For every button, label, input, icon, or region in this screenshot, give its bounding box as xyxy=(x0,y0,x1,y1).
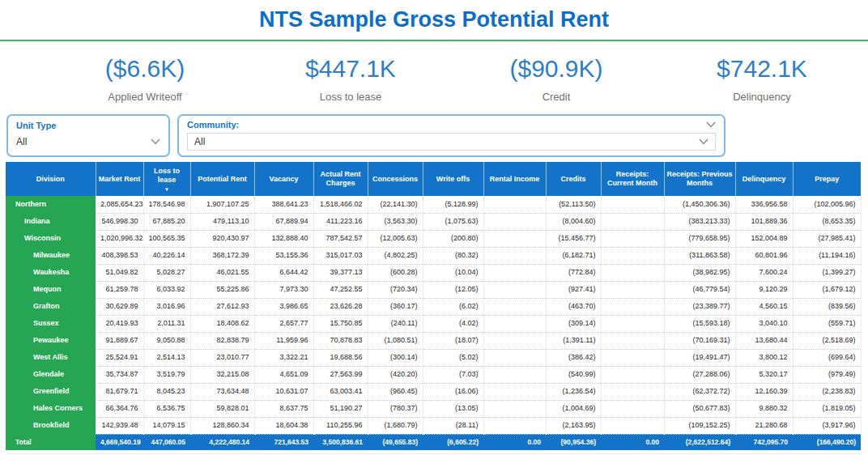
division-cell-sussex[interactable]: Sussex xyxy=(6,315,96,332)
division-cell-glendale[interactable]: Glendale xyxy=(6,366,96,383)
division-cell-milwaukee[interactable]: Milwaukee xyxy=(6,247,96,264)
value-cell: (839.56) xyxy=(793,298,861,315)
division-cell-brookfield[interactable]: Brookfield xyxy=(6,417,96,434)
value-cell xyxy=(483,383,546,400)
value-cell: (4,802.25) xyxy=(368,247,423,264)
division-cell-indiana[interactable]: Indiana xyxy=(6,213,96,230)
value-cell: (70,169.31) xyxy=(664,332,735,349)
column-header-loss-to-lease[interactable]: Loss to lease▼ xyxy=(143,162,190,196)
value-cell: 7,600.24 xyxy=(735,264,793,281)
column-header-label: Actual Rent Charges xyxy=(320,170,360,187)
value-cell: (46,779.54) xyxy=(664,281,735,298)
column-header-label: Potential Rent xyxy=(198,175,247,183)
value-cell: 18,408.62 xyxy=(190,315,254,332)
unit-type-dropdown[interactable]: All xyxy=(16,136,160,147)
value-cell: (386.42) xyxy=(546,349,601,366)
division-cell-hales-corners[interactable]: Hales Corners xyxy=(6,400,96,417)
value-cell: 46,021.55 xyxy=(190,264,254,281)
value-cell: (309.14) xyxy=(546,315,601,332)
table-row: Grafton30,629.893,016.9627,612.933,986.6… xyxy=(6,298,861,315)
division-cell-total[interactable]: Total xyxy=(6,434,96,450)
value-cell: 721,643.53 xyxy=(254,434,313,450)
kpi-label: Loss to lease xyxy=(248,91,453,103)
value-cell: (1,004.69) xyxy=(546,400,601,417)
value-cell xyxy=(483,400,546,417)
kpi-value: ($6.6K) xyxy=(42,55,248,82)
unit-type-filter: Unit Type All xyxy=(6,114,170,157)
value-cell: 14,079.15 xyxy=(143,417,190,434)
column-header-delinquency[interactable]: Delinquency xyxy=(735,162,793,196)
column-header-credits[interactable]: Credits xyxy=(546,162,601,196)
value-cell: (5,128.99) xyxy=(423,196,483,213)
value-cell xyxy=(483,417,546,434)
community-dropdown[interactable]: All xyxy=(187,133,716,151)
value-cell: 3,519.79 xyxy=(143,366,190,383)
column-header-receipts-current-month[interactable]: Receipts: Current Month xyxy=(601,162,664,196)
division-cell-northern[interactable]: Northern xyxy=(6,196,96,213)
column-header-label: Prepay xyxy=(815,175,839,183)
value-cell: 3,040.10 xyxy=(735,315,793,332)
column-header-market-rent[interactable]: Market Rent xyxy=(96,162,143,196)
value-cell: 4,669,540.19 xyxy=(96,434,143,450)
community-filter: Community: All xyxy=(177,114,725,157)
value-cell: (559.71) xyxy=(793,315,861,332)
value-cell: 19,688.56 xyxy=(313,349,368,366)
value-cell xyxy=(483,332,546,349)
value-cell: 91,889.67 xyxy=(96,332,143,349)
column-header-prepay[interactable]: Prepay xyxy=(793,162,861,196)
value-cell: 51,190.27 xyxy=(313,400,368,417)
division-cell-greenfield[interactable]: Greenfield xyxy=(6,383,96,400)
column-header-receipts-previous-months[interactable]: Receipts: Previous Months xyxy=(664,162,735,196)
value-cell: 66,364.76 xyxy=(96,400,143,417)
value-cell: (12.05) xyxy=(423,281,483,298)
kpi-label: Credit xyxy=(453,91,659,103)
table-row: Milwaukee408,398.5340,226.14368,172.3953… xyxy=(6,247,861,264)
column-header-concessions[interactable]: Concessions xyxy=(368,162,423,196)
value-cell: (1,679.12) xyxy=(793,281,861,298)
value-cell: 63,003.41 xyxy=(313,383,368,400)
column-header-actual-rent-charges[interactable]: Actual Rent Charges xyxy=(313,162,368,196)
kpi-value: $742.1K xyxy=(659,55,865,82)
value-cell: 12,160.39 xyxy=(735,383,793,400)
value-cell: 20,419.93 xyxy=(96,315,143,332)
value-cell: 67,885.20 xyxy=(143,213,190,230)
value-cell: (90,954.36) xyxy=(546,434,601,450)
value-cell: (5.02) xyxy=(423,349,483,366)
value-cell: 15,750.85 xyxy=(313,315,368,332)
value-cell: 100,565.35 xyxy=(143,230,190,247)
kpi-label: Delinquency xyxy=(659,91,865,103)
value-cell: 8,045.23 xyxy=(143,383,190,400)
value-cell: 9,120.29 xyxy=(735,281,793,298)
column-header-label: Write offs xyxy=(436,175,470,183)
chevron-down-icon[interactable] xyxy=(706,121,716,128)
column-header-rental-income[interactable]: Rental Income xyxy=(483,162,546,196)
value-cell: (52,113.50) xyxy=(546,196,601,213)
division-cell-waukesha[interactable]: Waukesha xyxy=(6,264,96,281)
value-cell: 3,986.65 xyxy=(254,298,313,315)
column-header-write-offs[interactable]: Write offs xyxy=(423,162,483,196)
table-bottom-strip xyxy=(6,450,861,454)
value-cell: (166,490.20) xyxy=(793,434,861,450)
value-cell: 388,641.23 xyxy=(254,196,313,213)
value-cell: (1,236.54) xyxy=(546,383,601,400)
division-cell-mequon[interactable]: Mequon xyxy=(6,281,96,298)
value-cell: (18.07) xyxy=(423,332,483,349)
value-cell: 3,016.96 xyxy=(143,298,190,315)
value-cell: 2,085,654.23 xyxy=(96,196,143,213)
value-cell xyxy=(483,315,546,332)
column-header-division[interactable]: Division xyxy=(6,162,96,196)
column-header-label: Receipts: Previous Months xyxy=(666,170,732,187)
division-cell-west-allis[interactable]: West Allis xyxy=(6,349,96,366)
value-cell: 742,095.70 xyxy=(735,434,793,450)
column-header-potential-rent[interactable]: Potential Rent xyxy=(190,162,254,196)
chevron-down-icon[interactable] xyxy=(151,138,160,145)
table-total-row: Total4,669,540.19447,060.054,222,480.147… xyxy=(6,434,861,450)
kpi-value: $447.1K xyxy=(248,55,453,82)
chevron-down-icon[interactable] xyxy=(699,138,708,145)
division-cell-wisconsin[interactable]: Wisconsin xyxy=(6,230,96,247)
column-header-vacancy[interactable]: Vacancy xyxy=(254,162,313,196)
division-cell-grafton[interactable]: Grafton xyxy=(6,298,96,315)
community-selected-value: All xyxy=(194,136,205,147)
value-cell: 4,651.09 xyxy=(254,366,313,383)
division-cell-pewaukee[interactable]: Pewaukee xyxy=(6,332,96,349)
